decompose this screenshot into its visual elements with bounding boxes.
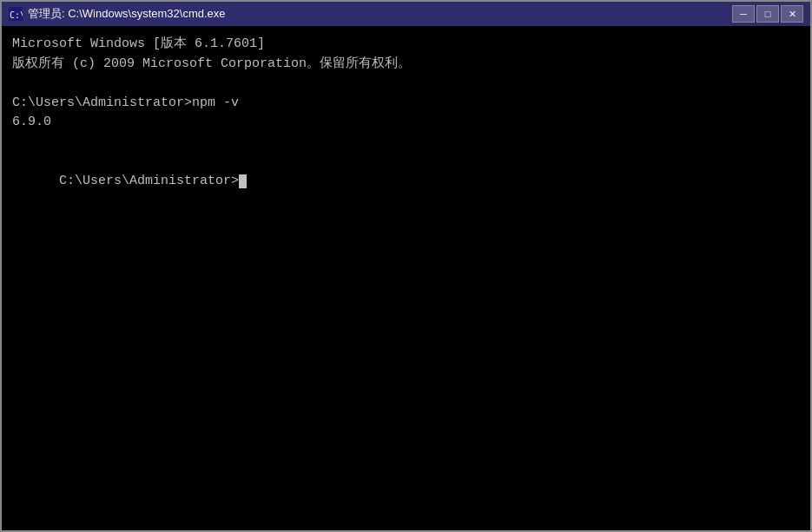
terminal-prompt: C:\Users\Administrator>: [12, 152, 800, 211]
maximize-button[interactable]: □: [756, 5, 779, 23]
minimize-button[interactable]: ─: [732, 5, 755, 23]
svg-text:C:\: C:\: [10, 10, 23, 20]
title-text: 管理员: C:\Windows\system32\cmd.exe: [28, 6, 732, 22]
terminal-line-1: Microsoft Windows [版本 6.1.7601]: [12, 35, 800, 55]
terminal-body[interactable]: Microsoft Windows [版本 6.1.7601] 版权所有 (c)…: [2, 26, 810, 530]
terminal-line-4: 6.9.0: [12, 113, 800, 133]
terminal-empty-1: [12, 74, 800, 94]
cmd-icon: C:\: [9, 7, 23, 21]
terminal-empty-2: [12, 133, 800, 153]
window-controls: ─ □ ✕: [732, 5, 803, 23]
terminal-line-2: 版权所有 (c) 2009 Microsoft Corporation。保留所有…: [12, 55, 800, 75]
cursor-blink: [239, 174, 247, 188]
title-bar: C:\ 管理员: C:\Windows\system32\cmd.exe ─ □…: [2, 2, 810, 26]
terminal-line-3: C:\Users\Administrator>npm -v: [12, 94, 800, 114]
close-button[interactable]: ✕: [781, 5, 803, 23]
prompt-text: C:\Users\Administrator>: [59, 174, 239, 188]
cmd-window: C:\ 管理员: C:\Windows\system32\cmd.exe ─ □…: [0, 0, 812, 532]
